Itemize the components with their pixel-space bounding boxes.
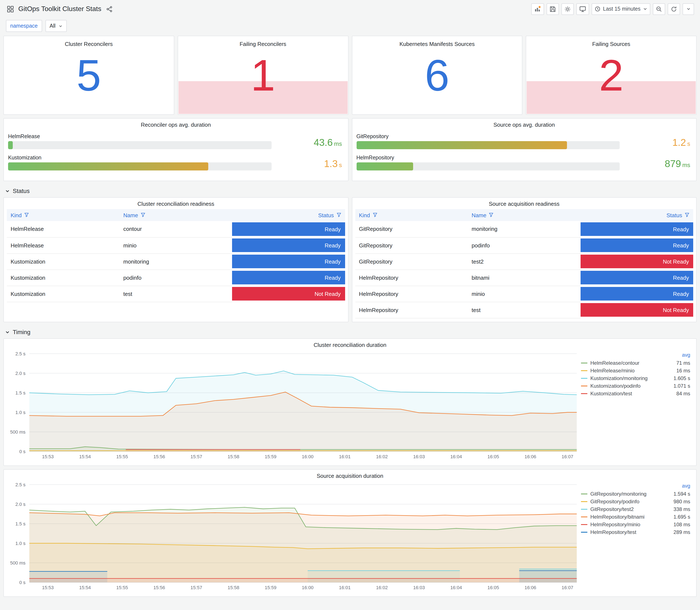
- row-title: Timing: [13, 328, 30, 335]
- panel-title[interactable]: Source acquisition readiness: [352, 198, 696, 208]
- svg-text:500 ms: 500 ms: [10, 429, 26, 435]
- legend-series-swatch: [581, 532, 587, 533]
- cell-status: Ready: [232, 221, 345, 237]
- legend-item[interactable]: GitRepository/test2338 ms: [581, 505, 690, 513]
- bar-gauge-unit: ms: [334, 140, 342, 147]
- legend-avg-header: avg: [581, 483, 690, 490]
- zoom-out-button[interactable]: [653, 3, 665, 15]
- time-range-picker[interactable]: Last 15 minutes: [592, 3, 650, 15]
- legend-series-swatch: [581, 524, 587, 525]
- table-row: HelmRepositorybitnamiReady: [355, 270, 693, 286]
- variable-value-dropdown[interactable]: All: [45, 20, 66, 32]
- status-badge: Ready: [232, 222, 345, 236]
- cell-name: podinfo: [468, 237, 580, 253]
- chart-legend: avgGitRepository/monitoring1.594 sGitRep…: [580, 480, 693, 595]
- panel-title[interactable]: Cluster reconciliation duration: [4, 339, 696, 349]
- column-header-kind[interactable]: Kind: [355, 209, 468, 221]
- column-header-status[interactable]: Status: [581, 209, 693, 221]
- svg-text:1.5 s: 1.5 s: [15, 390, 26, 396]
- cell-status: Not Ready: [581, 302, 693, 318]
- bar-gauge-unit: s: [339, 162, 342, 168]
- cell-kind: Kustomization: [7, 286, 119, 302]
- svg-text:15:55: 15:55: [116, 454, 128, 459]
- legend-item[interactable]: HelmRepository/bitnami1.695 s: [581, 513, 690, 521]
- filter-funnel-icon[interactable]: [373, 212, 377, 217]
- row-toggle-status[interactable]: Status: [3, 184, 697, 197]
- legend-item[interactable]: HelmRelease/contour71 ms: [581, 359, 690, 367]
- cell-kind: HelmRepository: [355, 302, 468, 318]
- column-header-status[interactable]: Status: [232, 209, 345, 221]
- save-dashboard-button[interactable]: [547, 3, 559, 15]
- cell-kind: HelmRelease: [7, 237, 119, 253]
- cell-name: bitnami: [468, 270, 580, 286]
- filter-funnel-icon[interactable]: [24, 212, 29, 217]
- legend-item[interactable]: HelmRepository/minio108 ms: [581, 521, 690, 528]
- stat-value: 5: [4, 36, 174, 114]
- legend-item[interactable]: Kustomization/test84 ms: [581, 390, 690, 398]
- row-title: Status: [13, 188, 30, 194]
- svg-text:1.0 s: 1.0 s: [15, 410, 26, 415]
- table-row: GitRepositorytest2Not Ready: [355, 253, 693, 270]
- svg-text:16:07: 16:07: [561, 585, 573, 590]
- column-header-name[interactable]: Name: [119, 209, 232, 221]
- filter-funnel-icon[interactable]: [337, 212, 341, 217]
- column-header-kind[interactable]: Kind: [7, 209, 119, 221]
- legend-item[interactable]: HelmRepository/test289 ms: [581, 528, 690, 536]
- panel-title[interactable]: Source acquisition duration: [4, 470, 696, 480]
- header: GitOps Toolkit Cluster Stats Last 15 min…: [3, 0, 697, 18]
- refresh-button[interactable]: [668, 3, 680, 15]
- row-toggle-timing[interactable]: Timing: [3, 326, 697, 338]
- legend-series-swatch: [581, 393, 587, 394]
- stat-value: 1: [178, 36, 348, 114]
- refresh-interval-dropdown[interactable]: [683, 3, 694, 15]
- chevron-down-icon: [59, 24, 62, 28]
- legend-item[interactable]: Kustomization/monitoring1.605 s: [581, 374, 690, 382]
- panel-title[interactable]: Cluster reconciliation readiness: [4, 198, 348, 208]
- bar-gauge-track: [356, 141, 620, 149]
- svg-text:2.0 s: 2.0 s: [15, 502, 26, 507]
- svg-text:16:05: 16:05: [488, 454, 499, 459]
- legend-series-name: HelmRelease/minio: [590, 368, 673, 374]
- stat-panel: Kubernetes Manifests Sources6: [352, 36, 523, 115]
- svg-text:16:00: 16:00: [302, 454, 313, 459]
- table-row: HelmRepositorytestNot Ready: [355, 302, 693, 318]
- legend-series-avg: 980 ms: [673, 499, 690, 504]
- legend-series-avg: 108 ms: [673, 521, 690, 528]
- legend-item[interactable]: GitRepository/monitoring1.594 s: [581, 490, 690, 498]
- legend-series-swatch: [581, 363, 587, 364]
- bar-gauge-number: 1.2: [672, 137, 686, 148]
- svg-text:15:58: 15:58: [228, 585, 239, 590]
- bar-gauge-row: GitRepository1.2s: [356, 133, 690, 149]
- share-icon[interactable]: [105, 5, 114, 13]
- bar-gauge-number: 43.6: [314, 137, 333, 148]
- legend-item[interactable]: HelmRelease/minio16 ms: [581, 367, 690, 374]
- cell-name: contour: [119, 221, 232, 237]
- dashboard-grid-icon[interactable]: [6, 4, 15, 13]
- dashboard-settings-button[interactable]: [561, 3, 574, 15]
- chart-svg: 0 s500 ms1.0 s1.5 s2.0 s2.5 s15:5315:541…: [6, 480, 580, 592]
- svg-text:15:54: 15:54: [79, 454, 91, 459]
- cycle-view-mode-button[interactable]: [576, 3, 589, 15]
- bar-gauge-track: [8, 141, 271, 149]
- svg-text:500 ms: 500 ms: [10, 560, 26, 566]
- bar-gauge-main: HelmRelease: [8, 133, 271, 149]
- filter-funnel-icon[interactable]: [685, 212, 689, 217]
- legend-series-name: Kustomization/monitoring: [590, 375, 670, 381]
- legend-item[interactable]: Kustomization/podinfo1.071 s: [581, 382, 690, 390]
- legend-item[interactable]: GitRepository/podinfo980 ms: [581, 498, 690, 505]
- panel-title[interactable]: Source ops avg. duration: [352, 118, 696, 129]
- panel-title[interactable]: Reconciler ops avg. duration: [4, 118, 348, 129]
- chevron-down-icon: [5, 189, 10, 193]
- svg-text:15:59: 15:59: [265, 585, 276, 590]
- legend-series-avg: 1.071 s: [673, 383, 690, 389]
- status-badge: Ready: [232, 239, 345, 252]
- filter-funnel-icon[interactable]: [489, 212, 494, 217]
- cell-name: test2: [468, 253, 580, 270]
- column-header-name[interactable]: Name: [468, 209, 580, 221]
- bar-gauge-label: HelmRepository: [356, 155, 620, 161]
- bar-gauge-row: HelmRelease43.6ms: [8, 133, 342, 149]
- add-panel-button[interactable]: [531, 3, 544, 15]
- filter-funnel-icon[interactable]: [141, 212, 145, 217]
- table-row: GitRepositorymonitoringReady: [355, 221, 693, 237]
- cell-kind: Kustomization: [7, 270, 119, 286]
